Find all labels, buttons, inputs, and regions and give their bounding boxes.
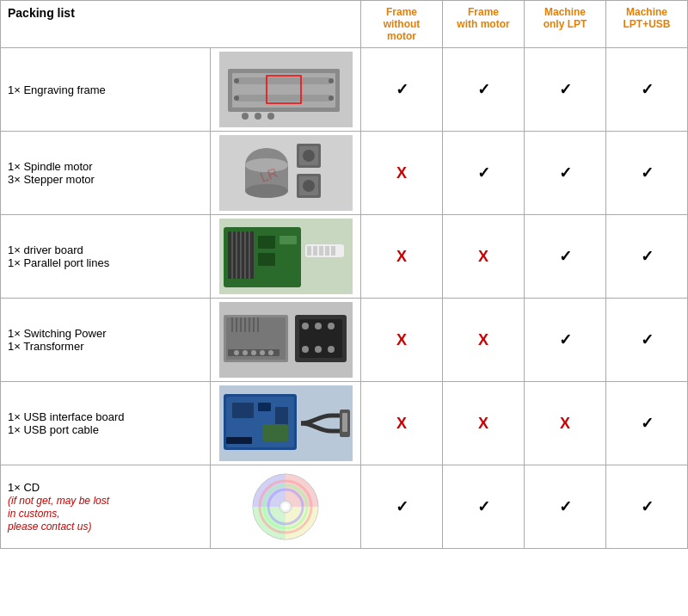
svg-rect-40 <box>325 246 329 256</box>
svg-point-55 <box>251 350 256 355</box>
svg-point-8 <box>329 95 334 101</box>
svg-point-11 <box>255 113 261 120</box>
svg-rect-72 <box>262 424 288 441</box>
row2-col2: ✓ <box>443 132 525 215</box>
row5-col4: ✓ <box>606 382 688 465</box>
item-label-5: 1× USB interface board1× USB port cable <box>1 382 211 465</box>
item-label-6: 1× CD (if not get, may be lostin customs… <box>1 465 211 549</box>
row5-col2: X <box>443 382 525 465</box>
row6-col4: ✓ <box>606 465 688 549</box>
svg-point-10 <box>242 113 249 120</box>
svg-point-23 <box>303 180 315 192</box>
svg-rect-39 <box>319 246 323 256</box>
usb-image-svg <box>219 385 353 461</box>
col-header-3: Machineonly LPT <box>525 1 606 48</box>
table-row: 1× Spindle motor3× Stepper motor <box>1 132 688 215</box>
row6-col2: ✓ <box>443 465 525 549</box>
item-image-4 <box>211 299 361 382</box>
col-header-2: Framewith motor <box>443 1 525 48</box>
row6-col1: ✓ <box>361 465 443 549</box>
svg-point-7 <box>234 95 239 101</box>
frame-image-svg <box>219 52 353 127</box>
row2-col3: ✓ <box>525 132 606 215</box>
item-image-3 <box>211 215 361 299</box>
svg-point-6 <box>329 78 334 83</box>
row2-col4: ✓ <box>606 132 688 215</box>
table-row: 1× Engraving frame <box>1 48 688 132</box>
table-row: 1× CD (if not get, may be lostin customs… <box>1 465 688 549</box>
table-row: 1× driver board1× Parallel port lines <box>1 215 688 299</box>
row3-col2: X <box>443 215 525 299</box>
item-label-3: 1× driver board1× Parallel port lines <box>1 215 211 299</box>
item-image-1 <box>211 48 361 132</box>
item-image-5 <box>211 382 361 465</box>
packing-list-table: Packing list Framewithout motor Framewit… <box>0 0 688 549</box>
driver-image-svg <box>219 219 353 294</box>
svg-point-20 <box>303 150 315 162</box>
svg-point-61 <box>315 323 322 330</box>
item-label-4: 1× Switching Power1× Transformer <box>1 299 211 382</box>
svg-point-65 <box>328 346 335 353</box>
svg-rect-37 <box>307 246 311 256</box>
table-row: 1× USB interface board1× USB port cable <box>1 382 688 465</box>
row4-col3: ✓ <box>525 299 606 382</box>
svg-rect-75 <box>342 413 347 432</box>
item-image-6 <box>211 465 361 549</box>
table-title: Packing list <box>1 1 361 48</box>
svg-point-12 <box>267 113 274 120</box>
svg-rect-33 <box>258 236 275 249</box>
svg-point-63 <box>302 346 309 353</box>
svg-rect-38 <box>313 246 317 256</box>
svg-rect-4 <box>236 95 331 102</box>
svg-point-62 <box>328 323 335 330</box>
item-image-2: LR <box>211 132 361 215</box>
svg-rect-41 <box>331 246 335 256</box>
cd-image-svg <box>251 472 320 541</box>
col-header-4: MachineLPT+USB <box>606 1 688 48</box>
svg-point-16 <box>245 184 288 198</box>
svg-point-60 <box>302 323 309 330</box>
row2-col1: X <box>361 132 443 215</box>
item-label-2: 1× Spindle motor3× Stepper motor <box>1 132 211 215</box>
row4-col4: ✓ <box>606 299 688 382</box>
svg-point-64 <box>315 346 322 353</box>
svg-point-81 <box>282 503 289 510</box>
svg-point-5 <box>234 78 239 83</box>
svg-point-57 <box>268 350 273 355</box>
power-image-svg <box>219 302 353 378</box>
svg-rect-70 <box>258 403 271 411</box>
item-label-1: 1× Engraving frame <box>1 48 211 132</box>
svg-rect-35 <box>280 236 297 244</box>
row3-col1: X <box>361 215 443 299</box>
row5-col3: X <box>525 382 606 465</box>
row6-col3: ✓ <box>525 465 606 549</box>
row4-col2: X <box>443 299 525 382</box>
svg-rect-73 <box>226 437 252 444</box>
row1-col4: ✓ <box>606 48 688 132</box>
svg-rect-34 <box>258 253 275 266</box>
row5-col1: X <box>361 382 443 465</box>
row1-col2: ✓ <box>443 48 525 132</box>
svg-rect-3 <box>236 77 331 84</box>
svg-point-54 <box>243 350 248 355</box>
col-header-1: Framewithout motor <box>361 1 443 48</box>
row3-col4: ✓ <box>606 215 688 299</box>
svg-point-56 <box>260 350 265 355</box>
svg-point-53 <box>234 350 239 355</box>
table-row: 1× Switching Power1× Transformer <box>1 299 688 382</box>
row1-col3: ✓ <box>525 48 606 132</box>
motor-image-svg: LR <box>219 135 353 211</box>
row1-col1: ✓ <box>361 48 443 132</box>
row3-col3: ✓ <box>525 215 606 299</box>
svg-rect-69 <box>232 403 254 418</box>
row4-col1: X <box>361 299 443 382</box>
